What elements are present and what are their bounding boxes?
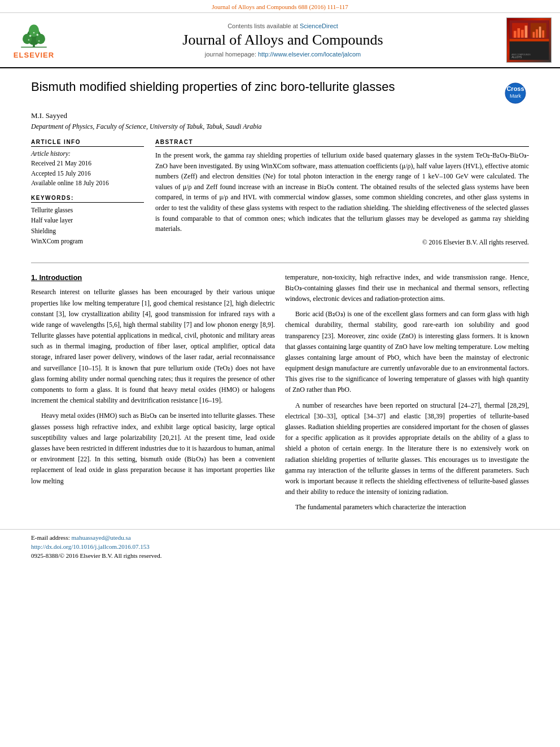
article-footer: E-mail address: mahuassayed@utedu.sa htt… bbox=[0, 529, 560, 563]
elsevier-tree-icon bbox=[14, 21, 54, 50]
keyword-3: Shielding bbox=[31, 226, 144, 236]
elsevier-logo: ELSEVIER bbox=[14, 21, 54, 59]
svg-rect-20 bbox=[532, 32, 535, 38]
history-label: Article history: bbox=[31, 149, 144, 159]
sciencedirect-link[interactable]: ScienceDirect bbox=[300, 23, 338, 29]
svg-rect-13 bbox=[509, 39, 549, 42]
svg-text:Mark: Mark bbox=[510, 93, 521, 99]
abstract-text: In the present work, the gamma ray shiel… bbox=[155, 150, 529, 234]
article-title-row: Bismuth modified shielding properties of… bbox=[31, 80, 529, 107]
svg-point-6 bbox=[37, 33, 39, 36]
article-content: Bismuth modified shielding properties of… bbox=[0, 68, 560, 529]
svg-rect-19 bbox=[524, 25, 527, 37]
email-link[interactable]: mahuassayed@utedu.sa bbox=[71, 534, 130, 541]
svg-text:Cross: Cross bbox=[506, 85, 524, 92]
svg-rect-16 bbox=[513, 31, 516, 38]
email-footer: E-mail address: mahuassayed@utedu.sa bbox=[31, 534, 529, 541]
right-para-1: temperature, non-toxicity, high refracti… bbox=[285, 272, 529, 305]
left-column: 1. Introduction Research interest on tel… bbox=[31, 272, 275, 518]
cover-image-icon: ALLOYS AND COMPOUNDS bbox=[508, 20, 550, 60]
intro-para-2: Heavy metal oxides (HMO) such as Bi₂O₃ c… bbox=[31, 410, 275, 486]
article-info-panel: ARTICLE INFO Article history: Received 2… bbox=[31, 139, 144, 254]
journal-citation-bar: Journal of Alloys and Compounds 688 (201… bbox=[0, 0, 560, 13]
abstract-section: ABSTRACT In the present work, the gamma … bbox=[155, 139, 529, 254]
author-affiliation: Department of Physics, Faculty of Scienc… bbox=[31, 123, 529, 131]
keyword-2: Half value layer bbox=[31, 215, 144, 225]
elsevier-logo-area: ELSEVIER bbox=[0, 18, 68, 63]
right-para-3: A number of researches have been reporte… bbox=[285, 400, 529, 498]
journal-cover-thumbnail: ALLOYS AND COMPOUNDS bbox=[506, 18, 552, 63]
journal-title: Journal of Alloys and Compounds bbox=[182, 32, 383, 49]
keyword-1: Tellurite glasses bbox=[31, 205, 144, 215]
svg-point-8 bbox=[28, 39, 30, 41]
doi-link[interactable]: http://dx.doi.org/10.1016/j.jallcom.2016… bbox=[31, 543, 529, 550]
abstract-heading: ABSTRACT bbox=[155, 139, 529, 147]
svg-text:ALLOYS: ALLOYS bbox=[511, 56, 522, 59]
svg-rect-21 bbox=[536, 29, 538, 38]
homepage-link[interactable]: http://www.elsevier.com/locate/jalcom bbox=[258, 51, 361, 58]
right-para-2: Boric acid (B₂O₃) is one of the excellen… bbox=[285, 309, 529, 396]
received-date: Received 21 May 2016 bbox=[31, 159, 144, 168]
two-column-body: 1. Introduction Research interest on tel… bbox=[31, 272, 529, 518]
right-column: temperature, non-toxicity, high refracti… bbox=[285, 272, 529, 518]
accepted-date: Accepted 15 July 2016 bbox=[31, 169, 144, 178]
svg-point-7 bbox=[33, 32, 35, 33]
crossmark-icon: Cross Mark bbox=[504, 82, 527, 104]
page-wrapper: Journal of Alloys and Compounds 688 (201… bbox=[0, 0, 560, 747]
elsevier-wordmark: ELSEVIER bbox=[14, 51, 54, 59]
introduction-heading: 1. Introduction bbox=[31, 272, 275, 284]
sciencedirect-line: Contents lists available at ScienceDirec… bbox=[228, 23, 338, 29]
article-title: Bismuth modified shielding properties of… bbox=[31, 80, 502, 94]
keywords-section: Keywords: Tellurite glasses Half value l… bbox=[31, 195, 144, 247]
article-history-content: Article history: Received 21 May 2016 Ac… bbox=[31, 149, 144, 188]
journal-cover-area: ALLOYS AND COMPOUNDS bbox=[498, 18, 560, 63]
svg-rect-18 bbox=[521, 30, 524, 38]
abstract-copyright: © 2016 Elsevier B.V. All rights reserved… bbox=[155, 239, 529, 246]
journal-header: ELSEVIER Contents lists available at Sci… bbox=[0, 13, 560, 68]
section-divider bbox=[31, 263, 529, 263]
svg-rect-22 bbox=[539, 27, 541, 38]
keyword-4: WinXCom program bbox=[31, 236, 144, 246]
svg-rect-17 bbox=[517, 28, 520, 38]
right-para-4: The fundamental parameters which charact… bbox=[285, 502, 529, 513]
svg-text:AND COMPOUNDS: AND COMPOUNDS bbox=[511, 54, 531, 56]
keywords-list: Tellurite glasses Half value layer Shiel… bbox=[31, 205, 144, 247]
intro-para-1: Research interest on tellurite glasses h… bbox=[31, 287, 275, 406]
email-label: E-mail address: bbox=[31, 534, 71, 541]
svg-point-9 bbox=[38, 40, 40, 42]
svg-point-5 bbox=[29, 34, 32, 37]
article-body: ARTICLE INFO Article history: Received 2… bbox=[31, 139, 529, 254]
article-info-heading: ARTICLE INFO bbox=[31, 139, 144, 147]
available-date: Available online 18 July 2016 bbox=[31, 178, 144, 188]
journal-citation: Journal of Alloys and Compounds 688 (201… bbox=[212, 3, 348, 10]
author-name: M.I. Sayyed bbox=[31, 111, 529, 120]
journal-title-area: Contents lists available at ScienceDirec… bbox=[68, 18, 498, 63]
svg-rect-23 bbox=[542, 30, 544, 38]
crossmark-badge[interactable]: Cross Mark bbox=[502, 80, 529, 107]
article-history-section: ARTICLE INFO Article history: Received 2… bbox=[31, 139, 144, 188]
rights-notice: 0925-8388/© 2016 Elsevier B.V. All right… bbox=[31, 552, 529, 559]
keywords-heading: Keywords: bbox=[31, 195, 144, 203]
homepage-line: journal homepage: http://www.elsevier.co… bbox=[205, 51, 361, 58]
